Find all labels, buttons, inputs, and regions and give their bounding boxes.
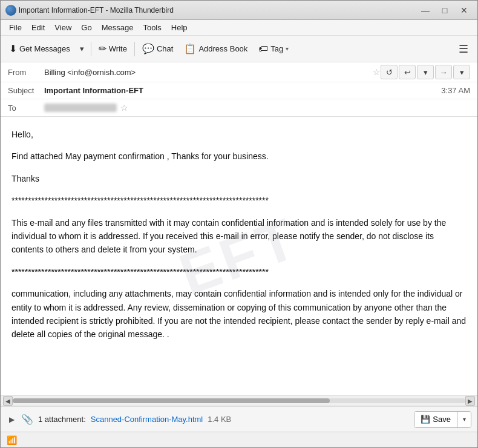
disclaimer-1: This e-mail and any files transmitted wi…	[11, 216, 467, 257]
to-label: To	[8, 104, 44, 113]
body-line1: Find attached May payment confirmation ,…	[11, 150, 467, 163]
subject-value: Important Information-EFT	[44, 86, 441, 95]
stars-1: ****************************************…	[11, 194, 467, 207]
reply-icon: ↩	[404, 68, 411, 77]
from-label: From	[8, 68, 44, 77]
address-book-label: Address Book	[198, 44, 247, 53]
toolbar-separator-2	[134, 42, 135, 56]
more-nav-icon: ▾	[460, 68, 464, 77]
status-bar: 📶	[1, 432, 477, 447]
write-label: Write	[109, 44, 127, 53]
maximize-button[interactable]: □	[436, 4, 453, 17]
subject-label: Subject	[8, 86, 44, 95]
get-messages-dropdown[interactable]: ▾	[76, 42, 88, 56]
menu-bar: File Edit View Go Message Tools Help	[1, 20, 477, 36]
chat-icon: 💬	[142, 43, 154, 54]
menu-edit[interactable]: Edit	[27, 22, 50, 33]
menu-go[interactable]: Go	[76, 22, 96, 33]
save-main-button[interactable]: 💾 Save	[414, 412, 457, 427]
subject-row: Subject Important Information-EFT 3:37 A…	[1, 82, 477, 99]
menu-view[interactable]: View	[50, 22, 76, 33]
menu-tools[interactable]: Tools	[138, 22, 166, 33]
reply-button[interactable]: ↩	[399, 65, 416, 79]
minimize-button[interactable]: —	[417, 4, 434, 17]
menu-help[interactable]: Help	[166, 22, 192, 33]
write-icon: ✏	[99, 43, 106, 54]
attachment-size: 1.4 KB	[208, 415, 231, 424]
get-messages-label: Get Messages	[19, 44, 70, 53]
greeting: Hello,	[11, 128, 467, 141]
address-book-icon: 📋	[184, 43, 196, 54]
write-button[interactable]: ✏ Write	[94, 39, 132, 59]
scroll-right-button[interactable]: ▶	[465, 396, 475, 406]
from-row: From Billing <info@ornish.com> ☆ ↺ ↩ ▾ →…	[1, 62, 477, 82]
window-controls: — □ ✕	[417, 4, 473, 17]
forward-button[interactable]: →	[435, 65, 452, 79]
chat-button[interactable]: 💬 Chat	[137, 39, 178, 59]
email-content: Hello, Find attached May payment confirm…	[11, 128, 467, 341]
email-header: From Billing <info@ornish.com> ☆ ↺ ↩ ▾ →…	[1, 62, 477, 117]
to-value-blurred	[44, 104, 117, 112]
save-button-group: 💾 Save ▾	[414, 411, 471, 428]
app-icon	[5, 5, 16, 16]
save-dropdown-button[interactable]: ▾	[457, 412, 471, 427]
attachment-filename[interactable]: Scanned-Confirmation-May.html	[91, 415, 203, 424]
title-bar: Important Information-EFT - Mozilla Thun…	[1, 1, 477, 20]
address-book-button[interactable]: 📋 Address Book	[179, 39, 252, 59]
email-body: EFT Hello, Find attached May payment con…	[1, 117, 477, 395]
chat-label: Chat	[157, 44, 173, 53]
attachment-count: 1 attachment:	[38, 415, 86, 424]
scroll-track[interactable]	[13, 398, 465, 403]
toolbar-separator-1	[91, 42, 91, 56]
to-row: To ☆	[1, 99, 477, 116]
save-label: Save	[433, 415, 451, 424]
from-star-icon[interactable]: ☆	[373, 67, 381, 77]
body-thanks: Thanks	[11, 172, 467, 185]
get-messages-button[interactable]: ⬇ Get Messages	[4, 39, 75, 59]
scroll-thumb[interactable]	[13, 398, 330, 403]
nav-down-button[interactable]: ▾	[417, 65, 434, 79]
horizontal-scrollbar[interactable]: ◀ ▶	[1, 395, 477, 406]
more-nav-button[interactable]: ▾	[453, 65, 470, 79]
back-icon: ↺	[386, 68, 393, 77]
menu-file[interactable]: File	[4, 22, 27, 33]
tag-icon: 🏷	[258, 44, 268, 54]
save-icon: 💾	[421, 415, 430, 424]
navigation-buttons: ↺ ↩ ▾ → ▾	[381, 65, 470, 79]
attachment-icon: 📎	[21, 413, 33, 425]
dropdown-arrow-icon: ▾	[80, 44, 84, 53]
tag-dropdown-icon: ▾	[286, 45, 289, 52]
stars-2: ****************************************…	[11, 265, 467, 278]
close-button[interactable]: ✕	[456, 4, 473, 17]
save-dropdown-icon: ▾	[463, 416, 466, 423]
attachment-bar: ▶ 📎 1 attachment: Scanned-Confirmation-M…	[1, 406, 477, 432]
tag-label: Tag	[270, 44, 283, 53]
status-wifi-icon: 📶	[7, 435, 17, 445]
attachment-toggle[interactable]: ▶	[7, 415, 16, 424]
tag-button[interactable]: 🏷 Tag ▾	[254, 39, 293, 59]
forward-icon: →	[440, 68, 448, 77]
get-messages-icon: ⬇	[9, 43, 17, 54]
to-star-icon[interactable]: ☆	[120, 103, 128, 113]
hamburger-button[interactable]: ☰	[453, 39, 474, 59]
scroll-left-button[interactable]: ◀	[3, 396, 13, 406]
nav-down-icon: ▾	[424, 68, 428, 77]
email-time: 3:37 AM	[441, 86, 470, 95]
from-value: Billing <info@ornish.com>	[44, 68, 369, 77]
menu-message[interactable]: Message	[97, 22, 139, 33]
hamburger-icon: ☰	[459, 42, 468, 56]
back-button[interactable]: ↺	[381, 65, 398, 79]
disclaimer-2: communication, including any attachments…	[11, 287, 467, 341]
window-title: Important Information-EFT - Mozilla Thun…	[19, 6, 417, 15]
toolbar: ⬇ Get Messages ▾ ✏ Write 💬 Chat 📋 Addres…	[1, 36, 477, 62]
main-window: Important Information-EFT - Mozilla Thun…	[0, 0, 478, 448]
